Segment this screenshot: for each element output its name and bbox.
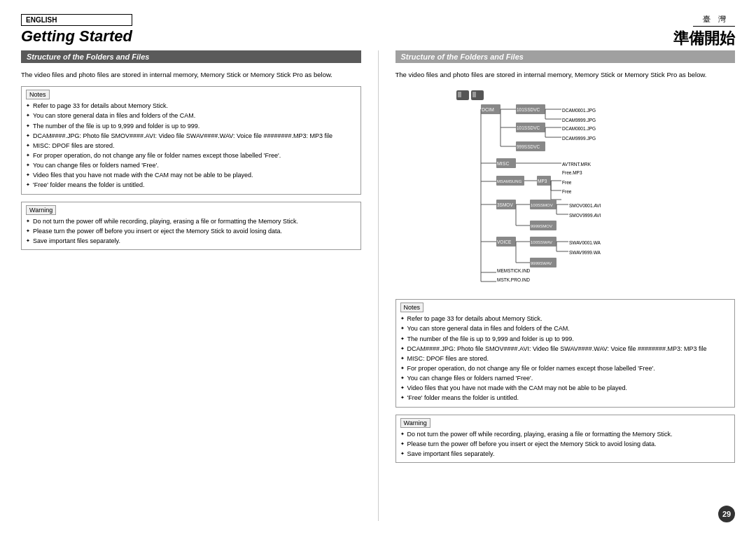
svg-text:Free.MP3: Free.MP3 xyxy=(562,170,582,175)
svg-rect-3 xyxy=(472,92,476,97)
chinese-location: 臺 灣 xyxy=(693,14,735,27)
svg-text:999SSDVC: 999SSDVC xyxy=(517,144,540,149)
left-note-8: Video files that you have not made with … xyxy=(26,171,356,179)
svg-text:Free: Free xyxy=(562,189,572,194)
left-note-2: You can store general data in files and … xyxy=(26,111,356,120)
svg-text:AVTRNT.MRK: AVTRNT.MRK xyxy=(562,162,592,167)
right-note-8: Video files that you have not made with … xyxy=(400,384,731,392)
left-notes-box: Notes Refer to page 33 for details about… xyxy=(21,86,361,194)
right-warning-3: Save important files separately. xyxy=(400,450,731,458)
right-section-header: Structure of the Folders and Files xyxy=(396,50,736,63)
svg-text:Free: Free xyxy=(562,180,572,185)
left-note-4: DCAM####.JPG: Photo file SMOV####.AVI: V… xyxy=(26,132,356,140)
left-warning-2: Please turn the power off before you ins… xyxy=(26,227,356,235)
page-header: ENGLISH Getting Started 臺 灣 準備開始 xyxy=(21,14,735,49)
right-warning-list: Do not turn the power off while recordin… xyxy=(400,430,731,458)
svg-text:MSAMSUNG: MSAMSUNG xyxy=(497,179,522,183)
right-note-3: The number of the file is up to 9,999 an… xyxy=(400,335,731,343)
left-column: Structure of the Folders and Files The v… xyxy=(21,50,361,521)
left-note-3: The number of the file is up to 9,999 an… xyxy=(26,122,356,130)
svg-text:101SSDVC: 101SSDVC xyxy=(517,107,540,112)
right-warning-2: Please turn the power off before you ins… xyxy=(400,440,731,448)
svg-text:MISC: MISC xyxy=(497,161,510,166)
main-content: Structure of the Folders and Files The v… xyxy=(21,50,735,521)
file-tree-diagram: DCIM 101SSDVC DCAM0001.JPG DCAM9999.JPG xyxy=(396,89,736,292)
right-note-7: You can change files or folders named 'F… xyxy=(400,374,731,382)
svg-text:DCAM0001.JPG: DCAM0001.JPG xyxy=(562,108,596,113)
page-title-en: Getting Started xyxy=(21,27,132,46)
right-note-4: DCAM####.JPG: Photo file SMOV####.AVI: V… xyxy=(400,345,731,353)
left-note-9: 'Free' folder means the folder is untitl… xyxy=(26,181,356,189)
svg-text:MP3: MP3 xyxy=(538,179,547,183)
svg-text:9999SMOV: 9999SMOV xyxy=(531,224,552,228)
left-warning-list: Do not turn the power off while recordin… xyxy=(26,217,356,245)
english-badge: ENGLISH xyxy=(21,14,132,26)
svg-rect-1 xyxy=(458,92,461,97)
svg-text:100SSMOV: 100SSMOV xyxy=(531,203,553,207)
left-intro: The video files and photo files are stor… xyxy=(21,70,361,79)
svg-text:DCAM9999.JPG: DCAM9999.JPG xyxy=(562,136,596,141)
svg-text:100SSWAV: 100SSWAV xyxy=(531,240,552,244)
svg-text:SWAV9999.WA: SWAV9999.WA xyxy=(569,250,601,255)
right-warning-box: Warning Do not turn the power off while … xyxy=(396,415,736,463)
left-note-6: For proper operation, do not change any … xyxy=(26,151,356,160)
svg-text:MSTK.PRO.IND: MSTK.PRO.IND xyxy=(497,277,530,282)
right-note-5: MISC: DPOF files are stored. xyxy=(400,354,731,363)
svg-text:SMOV0001.AVI: SMOV0001.AVI xyxy=(569,203,601,208)
right-warning-label: Warning xyxy=(400,418,430,428)
right-notes-box: Notes Refer to page 33 for details about… xyxy=(396,299,736,407)
left-notes-list: Refer to page 33 for details about Memor… xyxy=(26,102,356,189)
svg-text:MEMSTICK.IND: MEMSTICK.IND xyxy=(497,268,531,273)
svg-text:DCAM0001.JPG: DCAM0001.JPG xyxy=(562,126,596,131)
left-note-7: You can change files or folders named 'F… xyxy=(26,161,356,169)
svg-text:DCIM: DCIM xyxy=(482,107,494,112)
svg-text:3SMOV: 3SMOV xyxy=(497,202,513,207)
svg-text:SWAV0001.WA: SWAV0001.WA xyxy=(569,240,601,245)
folder-tree-svg: DCIM 101SSDVC DCAM0001.JPG DCAM9999.JPG xyxy=(453,89,677,292)
right-column: Structure of the Folders and Files The v… xyxy=(396,50,736,521)
svg-text:SMOV9999.AVI: SMOV9999.AVI xyxy=(569,213,601,218)
right-header: 臺 灣 準備開始 xyxy=(673,14,735,49)
right-note-2: You can store general data in files and … xyxy=(400,324,731,333)
left-notes-label: Notes xyxy=(26,90,50,99)
left-warning-3: Save important files separately. xyxy=(26,237,356,245)
svg-text:DCAM9999.JPG: DCAM9999.JPG xyxy=(562,118,596,123)
right-intro: The video files and photo files are stor… xyxy=(396,70,736,79)
page-title-zh: 準備開始 xyxy=(673,28,735,49)
left-warning-box: Warning Do not turn the power off while … xyxy=(21,202,361,250)
svg-text:9999SWAV: 9999SWAV xyxy=(531,261,552,265)
right-notes-label: Notes xyxy=(400,303,424,312)
right-note-6: For proper operation, do not change any … xyxy=(400,364,731,373)
right-note-9: 'Free' folder means the folder is untitl… xyxy=(400,394,731,402)
right-notes-list: Refer to page 33 for details about Memor… xyxy=(400,314,731,402)
left-warning-label: Warning xyxy=(26,205,56,215)
svg-text:101SSDVC: 101SSDVC xyxy=(517,125,540,130)
left-note-1: Refer to page 33 for details about Memor… xyxy=(26,102,356,110)
left-note-5: MISC: DPOF files are stored. xyxy=(26,141,356,150)
column-divider xyxy=(378,50,379,521)
left-section-header: Structure of the Folders and Files xyxy=(21,50,361,63)
page-number: 29 xyxy=(718,506,735,522)
right-warning-1: Do not turn the power off while recordin… xyxy=(400,430,731,438)
left-warning-1: Do not turn the power off while recordin… xyxy=(26,217,356,225)
left-header: ENGLISH Getting Started xyxy=(21,14,132,49)
right-note-1: Refer to page 33 for details about Memor… xyxy=(400,314,731,323)
svg-text:VOICE: VOICE xyxy=(497,239,512,244)
